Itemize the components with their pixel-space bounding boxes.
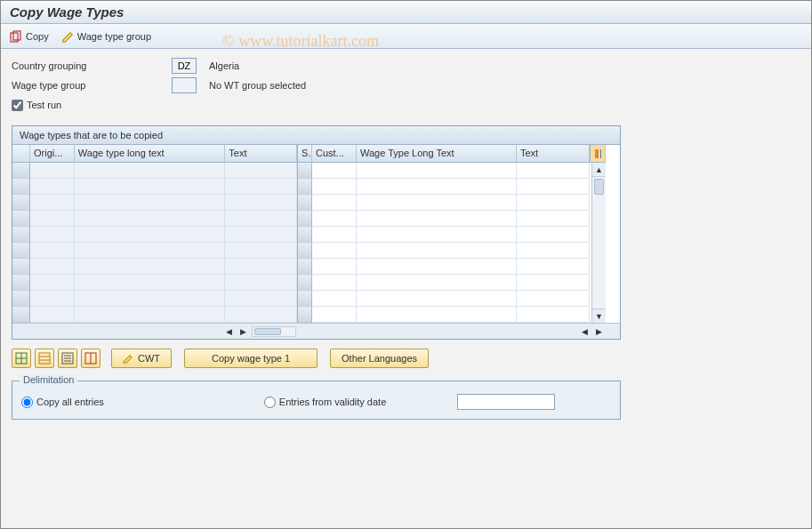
table-row[interactable] <box>12 259 297 275</box>
other-languages-label: Other Languages <box>342 353 417 364</box>
table-row[interactable] <box>12 211 297 227</box>
table-row[interactable] <box>298 227 591 243</box>
svg-rect-3 <box>600 149 601 158</box>
content-area: Country grouping Algeria Wage type group… <box>1 49 811 427</box>
window-title: Copy Wage Types <box>1 1 811 24</box>
entries-from-date-input[interactable] <box>264 397 276 408</box>
icon-button-2[interactable] <box>35 349 54 368</box>
table-row[interactable] <box>298 259 591 275</box>
table-row[interactable] <box>12 195 297 211</box>
other-languages-button[interactable]: Other Languages <box>330 349 429 368</box>
scroll-down-icon[interactable]: ▼ <box>592 309 606 323</box>
validity-date-input[interactable] <box>457 394 555 410</box>
table-row[interactable] <box>12 307 297 323</box>
wage-type-group-field-label: Wage type group <box>12 80 172 91</box>
table-row[interactable] <box>298 179 591 195</box>
copy-button[interactable]: Copy <box>10 30 49 43</box>
entries-from-date-radio[interactable]: Entries from validity date <box>264 397 386 408</box>
table-left-body <box>12 163 297 323</box>
cwt-button[interactable]: CWT <box>111 349 172 368</box>
wage-type-group-button[interactable]: Wage type group <box>61 30 151 43</box>
col-text-right[interactable]: Text <box>517 145 590 163</box>
table-row[interactable] <box>298 211 591 227</box>
svg-rect-7 <box>39 353 50 364</box>
copy-all-entries-text: Copy all entries <box>36 397 104 407</box>
table-row[interactable] <box>298 243 591 259</box>
col-text-left[interactable]: Text <box>225 145 297 163</box>
copy-all-entries-radio[interactable]: Copy all entries <box>21 397 104 408</box>
table-right-body <box>298 163 591 323</box>
table-row[interactable] <box>12 163 297 179</box>
table-row[interactable] <box>298 307 591 323</box>
table-row[interactable] <box>12 227 297 243</box>
pencil-icon <box>123 353 133 364</box>
table-row[interactable] <box>12 243 297 259</box>
country-grouping-label: Country grouping <box>12 60 172 71</box>
col-wage-type-long-text-right[interactable]: Wage Type Long Text <box>357 145 517 163</box>
copy-icon <box>10 30 22 43</box>
table-row[interactable] <box>298 291 591 307</box>
action-button-row: CWT Copy wage type 1 Other Languages <box>12 349 800 368</box>
scroll-left-icon-r[interactable]: ◀ <box>577 325 591 339</box>
wage-type-group-input[interactable] <box>172 77 197 93</box>
col-origi[interactable]: Origi... <box>30 145 75 163</box>
delimitation-label: Delimitation <box>20 374 77 385</box>
test-run-checkbox[interactable] <box>12 100 23 111</box>
country-grouping-text: Algeria <box>209 60 239 71</box>
table-row[interactable] <box>298 275 591 291</box>
entries-from-date-text: Entries from validity date <box>279 397 386 407</box>
table-left-pane: Origi... Wage type long text Text <box>12 145 298 323</box>
icon-button-4[interactable] <box>81 349 100 368</box>
wage-type-group-text: No WT group selected <box>209 80 306 91</box>
icon-button-3[interactable] <box>58 349 77 368</box>
list-icon <box>61 352 74 365</box>
country-grouping-input[interactable] <box>172 58 197 74</box>
test-run-label: Test run <box>27 100 61 110</box>
col-s[interactable]: S <box>298 145 312 163</box>
table-row[interactable] <box>12 275 297 291</box>
svg-rect-2 <box>595 149 599 158</box>
test-run-row: Test run <box>12 95 800 115</box>
scroll-up-icon[interactable]: ▲ <box>592 163 606 177</box>
col-wage-type-long-text-left[interactable]: Wage type long text <box>75 145 225 163</box>
scroll-left-icon[interactable]: ◀ <box>221 325 236 339</box>
grid-green-icon <box>15 352 28 365</box>
table-row[interactable] <box>12 179 297 195</box>
country-grouping-row: Country grouping Algeria <box>12 56 800 76</box>
copy-all-entries-input[interactable] <box>21 397 33 408</box>
col-cust[interactable]: Cust... <box>312 145 357 163</box>
grid-red-icon <box>84 352 97 365</box>
row-handle-header <box>12 145 30 163</box>
wage-type-group-label: Wage type group <box>77 31 151 42</box>
table-row[interactable] <box>12 291 297 307</box>
table-row[interactable] <box>298 163 591 179</box>
scroll-right-icon-r[interactable]: ▶ <box>591 325 606 339</box>
table-caption: Wage types that are to be copied <box>12 126 620 145</box>
table-config-icon[interactable] <box>590 145 606 163</box>
copy-wage-type-1-label: Copy wage type 1 <box>212 353 290 364</box>
wage-types-table: Wage types that are to be copied Origi..… <box>12 125 621 340</box>
scroll-right-icon[interactable]: ▶ <box>236 325 250 339</box>
hscroll-left-pane[interactable]: ◀ ▶ <box>221 324 298 339</box>
grid-orange-icon <box>38 352 51 365</box>
pencil-icon <box>61 30 74 43</box>
vertical-scrollbar[interactable]: ▲ ▼ <box>591 163 606 323</box>
toolbar: Copy Wage type group <box>1 24 811 49</box>
cwt-label: CWT <box>138 353 160 364</box>
hscroll-right-pane[interactable]: ◀ ▶ <box>577 324 606 339</box>
table-right-pane: S Cust... Wage Type Long Text Text ▲ ▼ <box>298 145 606 323</box>
copy-wage-type-1-button[interactable]: Copy wage type 1 <box>184 349 318 368</box>
wage-type-group-row: Wage type group No WT group selected <box>12 76 800 95</box>
delimitation-group: Delimitation Copy all entries Entries fr… <box>12 381 621 420</box>
table-row[interactable] <box>298 195 591 211</box>
copy-label: Copy <box>26 31 49 42</box>
icon-button-1[interactable] <box>12 349 31 368</box>
